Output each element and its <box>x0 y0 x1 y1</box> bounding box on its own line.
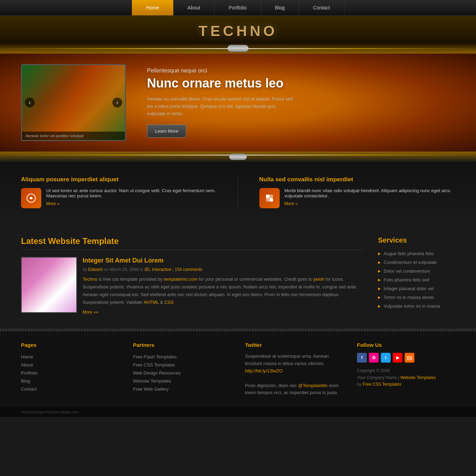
feature-1-more[interactable]: More » <box>46 201 59 206</box>
rss-icon[interactable]: )))) <box>405 353 414 363</box>
footer-page-1[interactable]: About <box>21 362 33 368</box>
main-content: Latest Website Template Integer Sit Amet… <box>0 222 476 329</box>
feature-2-text: Morbi blandit nunc vitae odio volutpat h… <box>285 188 455 206</box>
feature-2-icon <box>259 188 280 208</box>
footer-link-wt[interactable]: Website Templates <box>400 375 436 380</box>
hero-description: Aenean eu convallis libero. Cras iaculis… <box>147 96 294 117</box>
slider-caption: Aenean tortor vel porttitor volutpat <box>22 132 125 140</box>
post-author[interactable]: Edward <box>88 267 103 272</box>
feature-1-body: Ut sed lorem ac ante cursus auctor. Nam … <box>21 188 217 208</box>
footer-link-css[interactable]: Free CSS Templates <box>363 382 401 387</box>
sidebar-link-1[interactable]: Condimentum et vulputate <box>384 260 437 265</box>
post-meta: by Edward on March 23, 2048 in 3D, Inter… <box>83 267 364 272</box>
footer-partner-2[interactable]: Web Design Resources <box>133 370 181 376</box>
footer-bottom: www.heritagechristiancollege.com <box>0 407 476 417</box>
post-body: Techno is free css template provided by … <box>83 275 364 306</box>
svg-rect-2 <box>270 198 273 202</box>
hero-section: ‹ › Aenean tortor vel porttitor volutpat… <box>0 54 476 152</box>
feature-1: Aliquam posuere imperdiet aliquet Ut sed… <box>21 176 217 208</box>
sidebar-item: Tortor mi in massa donec <box>378 293 455 302</box>
feature-2-more[interactable]: More » <box>285 201 298 206</box>
twitter-text2: Proin dignissim, diam nec <box>245 383 297 388</box>
facebook-icon[interactable]: f <box>357 353 367 363</box>
footer-divider <box>0 329 476 331</box>
post-title: Integer Sit Amet Dui Lorem <box>83 257 364 264</box>
header-ornament <box>227 45 248 52</box>
post-date: March 23, 2048 <box>110 267 139 272</box>
twitter-link2[interactable]: @TemplateMo <box>298 383 328 388</box>
post-link-jwloh[interactable]: jwloh <box>314 276 324 282</box>
footer-copyright: Copyright © 2048 Your Company Name | Web… <box>357 368 455 388</box>
feature-divider <box>238 176 238 208</box>
sidebar-link-0[interactable]: Augue felis pharetra felis <box>384 251 434 256</box>
post-more-link[interactable]: More »» <box>83 310 98 315</box>
sidebar-link-2[interactable]: Dolor vel condimentum <box>384 268 430 274</box>
footer-partner-0[interactable]: Free Flash Templates <box>133 354 177 359</box>
post-comments[interactable]: 154 comments <box>175 267 202 272</box>
post-link-templatemo[interactable]: templatemo.com <box>164 276 197 282</box>
bottom-divider <box>0 152 476 162</box>
sidebar-link-6[interactable]: Vulputate tortor mi in massa <box>384 303 440 309</box>
post-tag-techno[interactable]: Techno <box>83 276 97 282</box>
feature-2-title: Nulla sed convallis nisl imperdiet <box>259 176 455 183</box>
sidebar-item: Integer placerat dolor vel <box>378 284 455 293</box>
feature-1-text: Ut sed lorem ac ante cursus auctor. Nam … <box>46 188 217 206</box>
footer-page-0[interactable]: Home <box>21 354 33 359</box>
sidebar-item: Vulputate tortor mi in massa <box>378 302 455 310</box>
blog-section-title: Latest Website Template <box>21 236 364 246</box>
footer-partners-list: Free Flash Templates Free CSS Templates … <box>133 353 231 393</box>
footer-page-3[interactable]: Blog <box>21 378 30 384</box>
footer-partner-3[interactable]: Website Templates <box>133 378 171 384</box>
svg-rect-1 <box>266 195 270 198</box>
post-image <box>21 257 77 313</box>
slider-prev-btn[interactable]: ‹ <box>25 98 35 107</box>
sidebar-item: Condimentum et vulputate <box>378 258 455 267</box>
section-divider <box>21 250 364 250</box>
slider-next-btn[interactable]: › <box>112 98 122 107</box>
twitter-link1[interactable]: http://bit.ly/13lwZO <box>245 368 283 373</box>
nav-about[interactable]: About <box>174 0 215 15</box>
social-icons: f ✿ t ▶ )))) <box>357 353 455 363</box>
site-title: TECHNO <box>0 23 476 40</box>
blog-post: Integer Sit Amet Dui Lorem by Edward on … <box>21 257 364 315</box>
feature-1-title: Aliquam posuere imperdiet aliquet <box>21 176 217 183</box>
nav-blog[interactable]: Blog <box>261 0 299 15</box>
watermark-text: www.heritagechristiancollege.com <box>21 410 79 414</box>
sidebar-item: Augue felis pharetra felis <box>378 249 455 258</box>
sidebar-link-5[interactable]: Tortor mi in massa donec <box>384 295 434 300</box>
twitter-icon[interactable]: t <box>381 353 391 363</box>
sidebar-link-4[interactable]: Integer placerat dolor vel <box>384 286 434 291</box>
nav-home[interactable]: Home <box>132 0 173 15</box>
main-nav: Home About Portfolio Blog Contact <box>0 0 476 16</box>
footer-partner-4[interactable]: Free Web Gallery <box>133 386 169 392</box>
hero-slider: ‹ › Aenean tortor vel porttitor volutpat <box>21 64 126 141</box>
youtube-icon[interactable]: ▶ <box>393 353 402 363</box>
site-header: TECHNO <box>0 16 476 43</box>
sidebar-title: Services <box>378 236 455 244</box>
nav-portfolio[interactable]: Portfolio <box>215 0 261 15</box>
svg-rect-4 <box>270 195 273 198</box>
post-xhtml[interactable]: XHTML <box>144 300 159 305</box>
footer-page-2[interactable]: Portfolio <box>21 370 38 376</box>
footer-follow: Follow Us f ✿ t ▶ )))) Copyright © 2048 … <box>357 342 455 397</box>
footer-twitter: Twitter Suspendisse at scelerisque urna.… <box>245 342 343 397</box>
twitter-text1: Suspendisse at scelerisque urna. Aenean … <box>245 354 329 366</box>
nav-contact[interactable]: Contact <box>299 0 344 15</box>
blog-section: Latest Website Template Integer Sit Amet… <box>21 236 364 315</box>
sidebar-link-3[interactable]: Felis pharetra felis sed <box>384 277 429 282</box>
footer-pages-list: Home About Portfolio Blog Contact <box>21 353 119 393</box>
post-categories[interactable]: 3D, Interactive <box>144 267 171 272</box>
footer: Pages Home About Portfolio Blog Contact … <box>0 331 476 407</box>
learn-more-button[interactable]: Learn More <box>147 125 186 138</box>
feature-1-icon <box>21 188 41 208</box>
hero-subtitle: Pellentesque neque orci <box>147 68 455 74</box>
footer-partners: Partners Free Flash Templates Free CSS T… <box>133 342 231 397</box>
footer-partner-1[interactable]: Free CSS Templates <box>133 362 175 368</box>
post-css[interactable]: CSS <box>164 300 174 305</box>
feature-2: Nulla sed convallis nisl imperdiet Morbi… <box>259 176 455 208</box>
footer-follow-title: Follow Us <box>357 342 455 348</box>
feature-2-body: Morbi blandit nunc vitae odio volutpat h… <box>259 188 455 208</box>
footer-page-4[interactable]: Contact <box>21 386 37 392</box>
bottom-ornament <box>229 154 247 160</box>
flickr-icon[interactable]: ✿ <box>369 353 379 363</box>
